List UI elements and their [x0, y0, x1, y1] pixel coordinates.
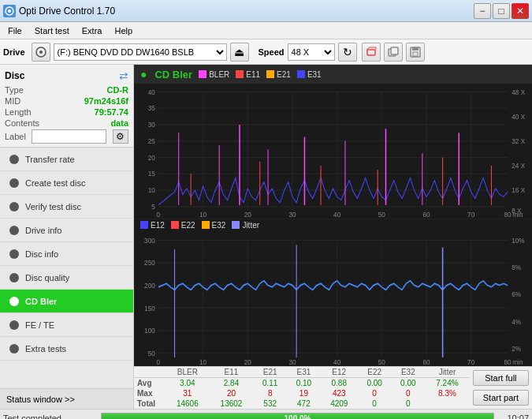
- start-full-button[interactable]: Start full: [473, 370, 529, 386]
- svg-text:40 X: 40 X: [512, 114, 525, 121]
- status-bar: Test completed 100.0% 10:07: [0, 409, 532, 419]
- sidebar-item-transfer-rate[interactable]: Transfer rate: [0, 148, 133, 171]
- svg-text:20: 20: [148, 155, 156, 162]
- nav-icon-disc-info: [8, 248, 20, 260]
- svg-point-3: [39, 51, 43, 54]
- speed-select[interactable]: 48 X: [288, 43, 335, 61]
- nav-icon-extra-tests: [8, 342, 20, 355]
- sidebar-item-fe-te[interactable]: FE / TE: [0, 313, 133, 337]
- close-button[interactable]: ✕: [512, 3, 529, 19]
- disc-label-input[interactable]: [32, 129, 106, 144]
- eject-button[interactable]: ⏏: [230, 43, 249, 62]
- svg-text:6%: 6%: [512, 290, 521, 299]
- col-header-bler: BLER: [166, 367, 210, 378]
- svg-text:150: 150: [144, 304, 155, 312]
- drive-bar: Drive (F:) BENQ DVD DD DW1640 BSLB ⏏ Spe…: [0, 39, 532, 65]
- nav-icon-verify-test: [8, 200, 20, 213]
- disc-header: Disc ⇄: [5, 69, 128, 82]
- svg-rect-65: [134, 231, 532, 367]
- col-header-e31: E31: [287, 367, 321, 378]
- sidebar: Disc ⇄ Type CD-R MID 97m24s16f Length 79…: [0, 65, 134, 409]
- menu-extra[interactable]: Extra: [76, 24, 109, 37]
- svg-text:60: 60: [422, 357, 430, 366]
- stats-total-row: Total 14606 13602 532 472 4209 0 0: [134, 398, 470, 409]
- svg-text:15: 15: [148, 170, 156, 178]
- disc-type-value: CD-R: [107, 85, 129, 95]
- copy-button[interactable]: [384, 43, 403, 62]
- legend2-e32: E32: [202, 221, 226, 230]
- sidebar-item-create-test-disc[interactable]: Create test disc: [0, 171, 133, 195]
- status-window-btn[interactable]: Status window >>: [0, 388, 133, 409]
- chart1-header: ● CD Bler BLER E11 E21 E31: [134, 65, 532, 84]
- sidebar-item-disc-quality[interactable]: Disc quality: [0, 266, 133, 290]
- menu-help[interactable]: Help: [108, 24, 139, 37]
- title-bar-left: Opti Drive Control 1.70: [3, 5, 115, 17]
- stats-max-row: Max 31 20 8 19 423 0 0 8.3%: [134, 388, 470, 398]
- disc-type-row: Type CD-R: [5, 85, 128, 95]
- disc-label-key: Label: [5, 132, 26, 141]
- drive-icon-btn[interactable]: [32, 43, 50, 62]
- nav-icon-drive-info: [8, 224, 20, 237]
- col-header-e22: E22: [358, 367, 392, 378]
- svg-text:80: 80: [504, 357, 512, 366]
- sidebar-item-drive-info[interactable]: Drive info: [0, 219, 133, 242]
- label-gear-btn[interactable]: ⚙: [113, 129, 128, 144]
- refresh-button[interactable]: ↻: [338, 43, 357, 62]
- content-area: ● CD Bler BLER E11 E21 E31: [134, 65, 532, 409]
- charts-container: 40 35 30 25 20 15 10 5 48 X 40 X 32 X 24…: [134, 84, 532, 366]
- svg-text:200: 200: [144, 281, 155, 290]
- app-title: Opti Drive Control 1.70: [19, 6, 115, 17]
- disc-contents-label: Contents: [5, 118, 39, 128]
- drive-select[interactable]: (F:) BENQ DVD DD DW1640 BSLB: [54, 43, 227, 61]
- svg-rect-4: [367, 50, 375, 55]
- disc-length-value: 79:57.74: [95, 107, 128, 117]
- stats-table: BLER E11 E21 E31 E12 E22 E32 Jitter Avg: [134, 367, 470, 409]
- sidebar-item-cd-bler[interactable]: CD Bler: [0, 290, 133, 313]
- start-part-button[interactable]: Start part: [473, 390, 529, 406]
- svg-text:300: 300: [144, 236, 155, 245]
- sidebar-item-extra-tests[interactable]: Extra tests: [0, 337, 133, 361]
- col-header-jitter: Jitter: [425, 367, 470, 378]
- svg-text:100: 100: [144, 326, 155, 335]
- svg-text:250: 250: [144, 259, 155, 267]
- svg-text:60: 60: [422, 211, 430, 219]
- action-buttons: Start full Start part: [470, 367, 532, 409]
- disc-title: Disc: [5, 70, 24, 81]
- erase-button[interactable]: [362, 43, 381, 62]
- disc-mid-label: MID: [5, 96, 20, 106]
- maximize-button[interactable]: □: [493, 3, 510, 19]
- col-header-e11: E11: [210, 367, 254, 378]
- svg-text:35: 35: [148, 105, 156, 112]
- minimize-button[interactable]: −: [474, 3, 491, 19]
- svg-text:40: 40: [333, 211, 341, 219]
- speed-label: Speed: [259, 47, 285, 57]
- svg-text:20: 20: [244, 357, 251, 366]
- disc-mid-row: MID 97m24s16f: [5, 96, 128, 106]
- status-text: Test completed: [3, 413, 98, 420]
- stats-avg-row: Avg 3.04 2.84 0.11 0.10 0.88 0.00 0.00 7…: [134, 378, 470, 389]
- disc-mid-value: 97m24s16f: [84, 96, 128, 106]
- bottom-area: BLER E11 E21 E31 E12 E22 E32 Jitter Avg: [134, 366, 532, 409]
- save-button[interactable]: [406, 43, 425, 62]
- svg-text:30: 30: [148, 122, 156, 129]
- sidebar-item-verify-test-disc[interactable]: Verify test disc: [0, 195, 133, 219]
- svg-text:40: 40: [148, 88, 156, 95]
- sidebar-item-disc-info[interactable]: Disc info: [0, 242, 133, 266]
- menu-file[interactable]: File: [2, 24, 28, 37]
- disc-arrow-btn[interactable]: ⇄: [119, 69, 128, 82]
- menu-start-test[interactable]: Start test: [28, 24, 76, 37]
- svg-text:8%: 8%: [512, 263, 521, 271]
- svg-text:70: 70: [467, 357, 474, 366]
- disc-label-row: Label ⚙: [5, 129, 128, 144]
- svg-text:80: 80: [504, 211, 512, 219]
- svg-text:min: min: [512, 357, 523, 366]
- svg-rect-6: [391, 47, 398, 54]
- legend2-jitter: Jitter: [232, 221, 259, 230]
- svg-text:10: 10: [199, 211, 207, 219]
- svg-text:50: 50: [378, 211, 386, 219]
- svg-text:48 X: 48 X: [512, 88, 525, 95]
- svg-text:30: 30: [288, 211, 296, 219]
- svg-text:10: 10: [148, 187, 156, 194]
- main-layout: Disc ⇄ Type CD-R MID 97m24s16f Length 79…: [0, 65, 532, 409]
- svg-text:32 X: 32 X: [512, 138, 525, 145]
